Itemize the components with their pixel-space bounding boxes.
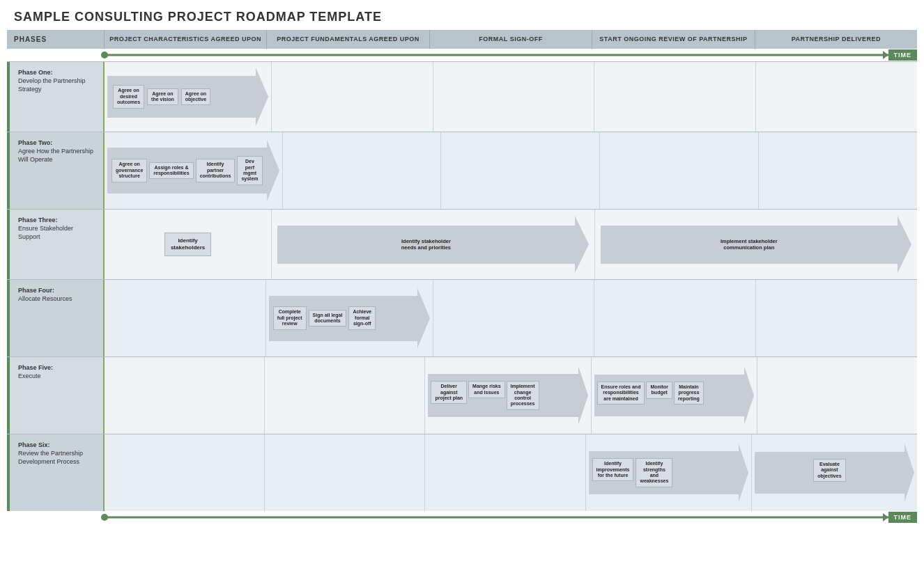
- milestone-improvements: Identifyimprovementsfor the future: [592, 458, 634, 481]
- phase-1-title: Phase One:: [18, 69, 96, 76]
- milestone-strengths: Identifystrengthsandweaknesses: [636, 458, 672, 487]
- col-header-2: PROJECT FUNDAMENTALS AGREED UPON: [267, 30, 429, 49]
- phase-2-label: Phase Two: Agree How the Partnership Wil…: [7, 132, 105, 209]
- milestone-maintain-reporting: Maintainprogressreporting: [674, 382, 704, 405]
- bottom-timeline-line: [105, 517, 917, 519]
- milestone-roles: Assign roles &responsibilities: [149, 162, 193, 180]
- milestone-agree-objective: Agree onobjective: [181, 88, 210, 106]
- phase-3-label: Phase Three: Ensure Stakeholder Support: [7, 210, 105, 279]
- milestone-full-review: Completefull projectreview: [273, 306, 307, 329]
- phase-5-title: Phase Five:: [18, 364, 96, 371]
- col-header-4: START ONGOING REVIEW OF PARTNERSHIP: [592, 30, 755, 49]
- phase-border-3: [7, 210, 10, 279]
- milestone-governance: Agree ongovernancestructure: [111, 159, 147, 182]
- milestone-monitor-budget: Monitorbudget: [646, 382, 672, 399]
- milestone-evaluate: Evaluateagainstobjectives: [813, 459, 845, 482]
- phase-3-text: Ensure Stakeholder Support: [18, 225, 96, 241]
- phase-5-text: Execute: [18, 372, 96, 381]
- timeline-line: [105, 54, 917, 56]
- milestone-stakeholder-comm: Implement stakeholdercommunication plan: [721, 238, 778, 251]
- milestone-identify-stakeholders: Identifystakeholders: [164, 233, 211, 256]
- phase-6-text: Review the Partnership Development Proce…: [18, 450, 96, 466]
- phase-2-title: Phase Two:: [18, 139, 96, 146]
- col-header-3: FORMAL SIGN-OFF: [430, 30, 592, 49]
- bottom-timeline-row: TIME: [7, 511, 917, 524]
- phase-4-text: Allocate Resources: [18, 295, 96, 304]
- phase-1-label: Phase One: Develop the Partnership Strat…: [7, 62, 105, 132]
- phase-row-4: Phase Four: Allocate Resources Completef…: [7, 279, 917, 356]
- milestone-formal-signoff: Achieveformalsign-off: [348, 306, 376, 329]
- phase-4-title: Phase Four:: [18, 287, 96, 294]
- phase-row-3: Phase Three: Ensure Stakeholder Support …: [7, 209, 917, 279]
- header-row: PHASES PROJECT CHARACTERISTICS AGREED UP…: [7, 30, 917, 49]
- phase-row-1: Phase One: Develop the Partnership Strat…: [7, 61, 917, 132]
- bottom-start-dot: [101, 514, 108, 521]
- phase-1-text: Develop the Partnership Strategy: [18, 77, 96, 93]
- milestone-perf-mgmt: Devperfmgmtsystem: [237, 156, 262, 185]
- timeline-row: TIME: [7, 49, 917, 61]
- phase-border-5: [7, 357, 10, 434]
- timeline-arrow-area: TIME: [105, 49, 917, 61]
- milestone-agree-vision: Agree onthe vision: [147, 88, 178, 106]
- milestone-ensure-roles: Ensure roles andresponsibilitiesare main…: [597, 382, 645, 405]
- phase-border-2: [7, 132, 10, 209]
- phase-6-title: Phase Six:: [18, 441, 96, 448]
- milestone-agree-outcomes: Agree ondesiredoutcomes: [113, 85, 144, 108]
- phase-5-label: Phase Five: Execute: [7, 357, 105, 434]
- roadmap-container: PHASES PROJECT CHARACTERISTICS AGREED UP…: [0, 30, 924, 531]
- time-label: TIME: [888, 49, 918, 61]
- milestone-stakeholder-needs: Identify stakeholderneeds and priorities: [401, 238, 451, 251]
- phase-6-label: Phase Six: Review the Partnership Develo…: [7, 434, 105, 511]
- phase-row-6: Phase Six: Review the Partnership Develo…: [7, 434, 917, 511]
- col-header-1: PROJECT CHARACTERISTICS AGREED UPON: [105, 30, 267, 49]
- phase-border-4: [7, 280, 10, 356]
- phase-4-content: Completefull projectreview Sign all lega…: [105, 280, 917, 356]
- milestone-deliver-plan: Deliveragainstproject plan: [431, 381, 467, 404]
- milestone-change-control: Implementchangecontrolprocesses: [507, 381, 539, 410]
- milestone-legal-docs: Sign all legaldocuments: [309, 310, 347, 327]
- timeline-start-dot: [101, 52, 108, 58]
- phase-3-title: Phase Three:: [18, 217, 96, 223]
- phase-4-label: Phase Four: Allocate Resources: [7, 280, 105, 356]
- bottom-timeline-arrow: TIME: [105, 511, 917, 524]
- phase-border-6: [7, 434, 10, 511]
- col-header-5: PARTNERSHIP DELIVERED: [755, 30, 917, 49]
- page-title: SAMPLE CONSULTING PROJECT ROADMAP TEMPLA…: [0, 0, 924, 30]
- phase-1-content: Agree ondesiredoutcomes Agree onthe visi…: [105, 62, 917, 132]
- bottom-time-label: TIME: [888, 512, 918, 523]
- milestone-partner-contrib: Identifypartnercontributions: [196, 159, 236, 182]
- phase-2-content: Agree ongovernancestructure Assign roles…: [105, 132, 917, 209]
- phase-border: [7, 62, 10, 132]
- phase-2-text: Agree How the Partnership Will Operate: [18, 148, 96, 164]
- phases-header: PHASES: [7, 30, 105, 49]
- milestone-manage-risks: Mange risksand issues: [468, 381, 505, 398]
- phase-row-2: Phase Two: Agree How the Partnership Wil…: [7, 132, 917, 209]
- phase-row-5: Phase Five: Execute Deliveragainstprojec…: [7, 356, 917, 434]
